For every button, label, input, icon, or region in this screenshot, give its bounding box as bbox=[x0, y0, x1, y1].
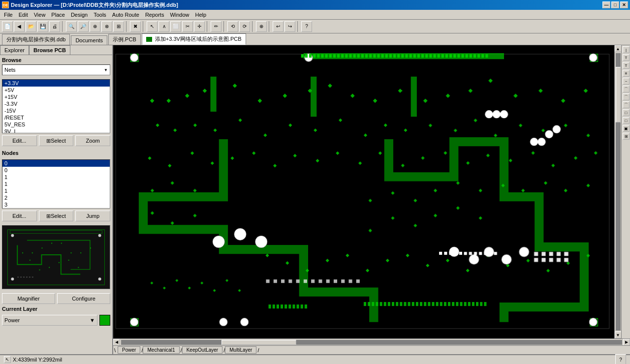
rt-btn-3[interactable]: T bbox=[623, 62, 630, 69]
tb-move2[interactable]: ⟳ bbox=[239, 21, 250, 32]
rt-btn-7[interactable]: ⌒ bbox=[623, 93, 630, 100]
nodes-edit-button[interactable]: Edit... bbox=[2, 211, 37, 221]
tab-active[interactable]: 添加+3.3V网络区域后的示意图.PCB bbox=[142, 33, 246, 45]
close-button[interactable]: ✕ bbox=[620, 1, 628, 8]
rt-btn-6[interactable]: ⌒ bbox=[623, 86, 630, 92]
tb-zoom4[interactable]: ⊗ bbox=[101, 21, 112, 32]
tab-shiyi[interactable]: 示例.PCB bbox=[108, 34, 141, 45]
layer-tab-power[interactable]: Power bbox=[118, 346, 140, 354]
hscroll-left-button[interactable]: ◀ bbox=[113, 339, 120, 346]
nodes-select-button[interactable]: ⊞ Select bbox=[39, 211, 74, 221]
net-item-5vres[interactable]: 5V_RES bbox=[2, 121, 110, 128]
tb-zoom-in[interactable]: 🔍 bbox=[66, 21, 77, 32]
tb-align[interactable]: ⊕ bbox=[256, 21, 267, 32]
svg-rect-211 bbox=[464, 252, 467, 255]
rt-btn-8[interactable]: ⌒ bbox=[623, 101, 630, 108]
menu-tools[interactable]: Tools bbox=[91, 11, 109, 19]
layer-tab-keepout[interactable]: KeepOutLayer bbox=[182, 346, 223, 354]
tb-zoom3[interactable]: ⊕ bbox=[90, 21, 100, 32]
vscroll-thumb[interactable] bbox=[616, 67, 621, 122]
net-item-9vl[interactable]: 9V_L bbox=[2, 128, 110, 133]
tb-wire[interactable]: ∧ bbox=[158, 21, 169, 32]
node-item-1b[interactable]: 1 bbox=[2, 181, 110, 187]
menu-window[interactable]: Window bbox=[167, 11, 192, 19]
tb-help[interactable]: ? bbox=[301, 21, 312, 32]
layer-dropdown[interactable]: Power ▼ bbox=[2, 315, 97, 326]
hscroll-thumb[interactable] bbox=[221, 340, 297, 345]
menu-place[interactable]: Place bbox=[48, 11, 68, 19]
tb-zoom5[interactable]: ⊞ bbox=[113, 21, 124, 32]
menu-file[interactable]: File bbox=[1, 11, 16, 19]
tb-cross[interactable]: ✛ bbox=[194, 21, 205, 32]
rt-btn-1[interactable]: | bbox=[623, 46, 630, 53]
rt-btn-11[interactable]: ▣ bbox=[623, 125, 630, 132]
node-item-3[interactable]: 3 bbox=[2, 201, 110, 208]
menu-reports[interactable]: Reports bbox=[142, 11, 167, 19]
rt-btn-4[interactable]: ≡ bbox=[623, 70, 630, 77]
nets-edit-button[interactable]: Edit... bbox=[2, 135, 37, 146]
tb-zoom-out[interactable]: 🔎 bbox=[78, 21, 89, 32]
svg-point-274 bbox=[493, 110, 501, 118]
maximize-button[interactable]: □ bbox=[611, 1, 619, 8]
rt-btn-10[interactable]: □ bbox=[623, 117, 630, 124]
tb-save[interactable]: 💾 bbox=[37, 21, 48, 32]
tb-pencil[interactable]: ✏ bbox=[211, 21, 221, 32]
rt-btn-12[interactable]: ⊞ bbox=[623, 133, 630, 140]
tb-cursor[interactable]: ↖ bbox=[147, 21, 158, 32]
node-item-0a[interactable]: 0 bbox=[2, 160, 110, 167]
layer-tab-mechanical1[interactable]: Mechanical1 bbox=[143, 346, 179, 354]
nets-list[interactable]: +3.3V +5V +15V -3.3V -15V /RESET 5V_RES … bbox=[2, 79, 110, 133]
pcb-vertical-scrollbar[interactable]: ▲ ▼ bbox=[614, 45, 621, 338]
tb-open[interactable]: 📂 bbox=[26, 21, 36, 32]
browse-dropdown[interactable]: Nets ▼ bbox=[2, 64, 110, 75]
layer-tab-multilayer[interactable]: MultiLayer bbox=[225, 346, 256, 354]
hscroll-track[interactable] bbox=[121, 340, 622, 345]
rt-btn-5[interactable]: ~ bbox=[623, 78, 630, 85]
menu-edit[interactable]: Edit bbox=[16, 11, 31, 19]
tb-redo[interactable]: ↪ bbox=[284, 21, 295, 32]
net-item-15v[interactable]: +15V bbox=[2, 93, 110, 100]
nets-select-button[interactable]: ⊞ Select bbox=[39, 135, 74, 146]
tb-back[interactable]: ◀ bbox=[14, 21, 25, 32]
minimize-button[interactable]: — bbox=[602, 1, 610, 8]
node-item-1a[interactable]: 1 bbox=[2, 174, 110, 181]
configure-button[interactable]: Configure bbox=[57, 293, 110, 304]
vscroll-track[interactable] bbox=[616, 53, 621, 331]
rt-btn-2[interactable]: T bbox=[623, 54, 630, 61]
status-help-icon[interactable]: ? bbox=[615, 354, 626, 364]
net-item-3v3[interactable]: +3.3V bbox=[2, 80, 110, 87]
magnifier-button[interactable]: Magnifier bbox=[2, 293, 55, 304]
tab-explorer[interactable]: Explorer bbox=[0, 45, 29, 55]
net-item-reset[interactable]: /RESET bbox=[2, 114, 110, 121]
nodes-list[interactable]: 0 0 1 1 1 2 3 bbox=[2, 159, 110, 209]
tab-browse-pcb[interactable]: Browse PCB bbox=[29, 45, 70, 55]
menu-autoroute[interactable]: Auto Route bbox=[109, 11, 142, 19]
pcb-canvas[interactable] bbox=[113, 45, 614, 338]
svg-rect-220 bbox=[372, 302, 374, 306]
tab-ddb[interactable]: 分割内电层操作实例.ddb bbox=[2, 34, 70, 45]
tb-print[interactable]: 🖨 bbox=[49, 21, 60, 32]
nets-zoom-button[interactable]: Zoom bbox=[75, 135, 110, 146]
tb-new[interactable]: 📄 bbox=[2, 21, 13, 32]
hscroll-right-button[interactable]: ▶ bbox=[623, 339, 630, 346]
menu-design[interactable]: Design bbox=[68, 11, 91, 19]
tb-move[interactable]: ⟲ bbox=[227, 21, 238, 32]
node-item-1c[interactable]: 1 bbox=[2, 187, 110, 194]
tab-documents[interactable]: Documents bbox=[71, 35, 107, 45]
pcb-horizontal-scrollbar[interactable]: ◀ ▶ bbox=[113, 338, 630, 345]
tb-undo[interactable]: ↩ bbox=[273, 21, 284, 32]
tb-clear[interactable]: ✖ bbox=[130, 21, 141, 32]
node-item-0b[interactable]: 0 bbox=[2, 167, 110, 174]
net-item-n15v[interactable]: -15V bbox=[2, 107, 110, 114]
rt-btn-9[interactable]: □ bbox=[623, 109, 630, 116]
menu-view[interactable]: View bbox=[31, 11, 49, 19]
node-item-2[interactable]: 2 bbox=[2, 194, 110, 201]
nodes-jump-button[interactable]: Jump bbox=[75, 211, 110, 221]
vscroll-up-button[interactable]: ▲ bbox=[615, 45, 622, 52]
menu-help[interactable]: Help bbox=[192, 11, 210, 19]
tb-sel1[interactable]: ⬜ bbox=[170, 21, 181, 32]
vscroll-down-button[interactable]: ▼ bbox=[615, 332, 622, 338]
net-item-5v[interactable]: +5V bbox=[2, 87, 110, 93]
net-item-n3v3[interactable]: -3.3V bbox=[2, 100, 110, 107]
tb-sel2[interactable]: ✂ bbox=[182, 21, 193, 32]
